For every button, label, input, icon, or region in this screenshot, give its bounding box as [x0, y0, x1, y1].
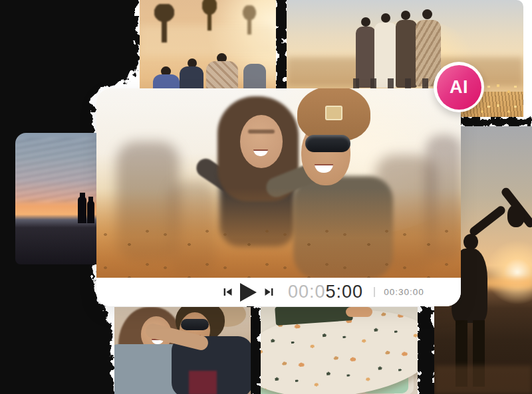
field-scrub-texture: [96, 221, 461, 278]
play-icon: [240, 283, 257, 302]
ai-badge-label: AI: [450, 77, 468, 98]
skip-forward-icon: [265, 288, 273, 296]
elapsed-time-active: 5:00: [326, 282, 364, 302]
couple-silhouette: [78, 197, 86, 223]
player-controls: 00:05:00 00:30:00: [96, 278, 461, 306]
friend-head: [381, 13, 390, 23]
hero-collage: 00:05:00 00:30:00 AI: [0, 0, 532, 394]
cloud-streaks: [15, 138, 98, 202]
photo-terrazzo-table: [261, 307, 418, 394]
video-player-card: 00:05:00 00:30:00: [96, 88, 461, 306]
ai-badge: AI: [434, 62, 484, 112]
elapsed-time-dim: 00:0: [288, 282, 326, 302]
hoodie-print: [189, 371, 217, 394]
joshua-tree-silhouette: [149, 4, 180, 43]
joshua-tree-silhouette: [239, 5, 259, 35]
highfive-hands: [507, 205, 525, 227]
sunglasses: [305, 135, 350, 152]
hand: [346, 307, 372, 317]
couple-silhouette: [87, 201, 94, 223]
friend-head: [401, 11, 410, 20]
eyebrows: [248, 130, 275, 134]
sun-glow: [481, 239, 532, 306]
ai-badge-circle: AI: [437, 65, 481, 110]
total-duration: 00:30:00: [384, 287, 424, 297]
sunglasses: [181, 319, 209, 330]
raised-arm: [468, 205, 507, 238]
skip-forward-button[interactable]: [265, 288, 273, 296]
man-head-silhouette: [464, 234, 478, 250]
photo-beach-couple-sunset: [15, 133, 98, 264]
beach-sand: [434, 365, 532, 394]
time-divider: [374, 287, 375, 297]
friend-head: [422, 9, 432, 19]
beanie-patch: [325, 106, 342, 120]
woman-face: [240, 115, 283, 168]
skip-back-icon: [223, 288, 232, 296]
elapsed-time: 00:05:00: [288, 282, 363, 302]
denim-jacket: [114, 344, 181, 394]
skip-back-button[interactable]: [223, 288, 232, 296]
friend-silhouette: [396, 20, 417, 88]
joshua-tree-silhouette: [198, 0, 221, 31]
video-double-exposure-preview[interactable]: [96, 88, 461, 278]
photo-girlfriends-hug: [114, 307, 251, 394]
friend-head: [361, 17, 370, 27]
play-button[interactable]: [240, 283, 257, 302]
